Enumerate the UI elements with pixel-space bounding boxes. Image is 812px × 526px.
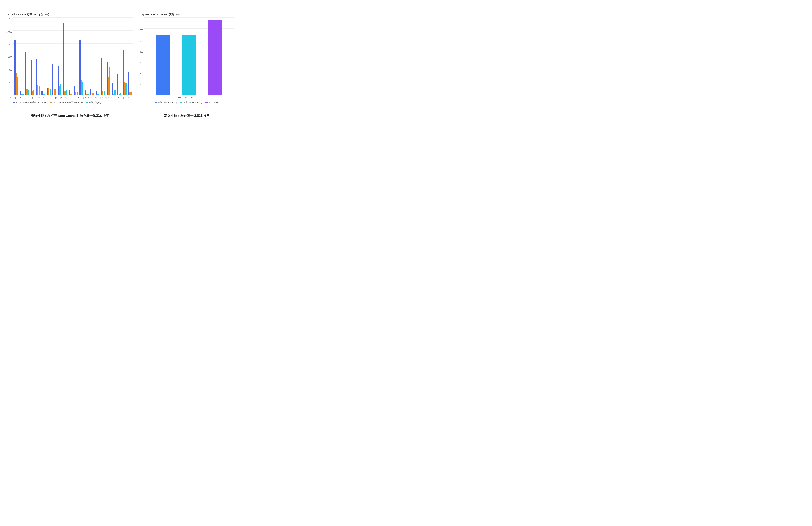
x-tick: q18 bbox=[104, 96, 110, 99]
legend-label: cloud native bbox=[208, 101, 219, 104]
legend-label: Cloud Nativev(ms)(关闭datacache) bbox=[16, 101, 46, 104]
bar bbox=[54, 89, 55, 95]
bar bbox=[49, 89, 51, 95]
x-tick: q8 bbox=[47, 96, 53, 99]
x-tick: q2 bbox=[13, 96, 18, 99]
y-axis: 12000 10000 8000 6000 4000 2000 0 bbox=[6, 17, 13, 95]
bar bbox=[28, 90, 29, 95]
bar bbox=[14, 40, 16, 95]
bar bbox=[58, 65, 59, 95]
bar bbox=[44, 94, 45, 95]
plot-area bbox=[13, 17, 133, 95]
bar bbox=[208, 20, 222, 95]
x-tick: q1 bbox=[7, 96, 13, 99]
bar bbox=[20, 91, 21, 95]
bar-group bbox=[100, 17, 105, 95]
bar-group bbox=[105, 17, 111, 95]
bar bbox=[97, 94, 98, 95]
bar bbox=[182, 34, 196, 95]
bar bbox=[128, 72, 129, 95]
legend-swatch bbox=[180, 102, 183, 103]
chart-caption: 写入性能：与存算一体基本持平 bbox=[140, 114, 234, 118]
bar bbox=[41, 91, 43, 95]
bar bbox=[47, 88, 48, 95]
legend-item: 存算一体 (replica = 3) bbox=[180, 101, 202, 104]
bar bbox=[71, 94, 72, 95]
bar bbox=[59, 86, 60, 95]
bar bbox=[69, 90, 70, 95]
bar bbox=[86, 94, 87, 95]
bar bbox=[120, 93, 121, 95]
bar bbox=[37, 85, 39, 95]
bar bbox=[23, 94, 24, 95]
bar bbox=[109, 67, 110, 95]
bar bbox=[52, 64, 54, 95]
bar-group bbox=[35, 17, 41, 95]
legend-label: 存算一体(ms) bbox=[89, 101, 101, 104]
bar bbox=[32, 91, 33, 95]
bar bbox=[21, 94, 22, 95]
bar bbox=[85, 90, 86, 95]
x-tick: q20 bbox=[116, 96, 121, 99]
bar bbox=[39, 86, 40, 95]
bar-group bbox=[122, 17, 127, 95]
legend-swatch bbox=[205, 102, 207, 103]
x-tick: q11 bbox=[64, 96, 70, 99]
legend-item: cloud native bbox=[205, 101, 219, 104]
x-tick: q21 bbox=[121, 96, 127, 99]
bar-group bbox=[111, 17, 116, 95]
bar-group bbox=[127, 17, 133, 95]
bar bbox=[98, 94, 99, 95]
bar-group bbox=[78, 17, 84, 95]
bar-group bbox=[19, 17, 24, 95]
bar-group bbox=[68, 17, 73, 95]
bar bbox=[64, 91, 66, 95]
bar-group bbox=[116, 17, 122, 95]
bar bbox=[129, 92, 131, 95]
bar-group bbox=[208, 17, 222, 95]
bar bbox=[82, 83, 83, 95]
bar bbox=[113, 94, 114, 95]
bar-group bbox=[73, 17, 78, 95]
x-tick: q5 bbox=[30, 96, 36, 99]
legend-item: 存算一体(ms) bbox=[86, 101, 101, 104]
bar-group bbox=[52, 17, 57, 95]
bar-group bbox=[62, 17, 68, 95]
bar bbox=[55, 89, 56, 95]
chart-title: Cloud Native vs 存算一体 (单位: MS) bbox=[6, 13, 133, 16]
legend: 存算一体 (replica = 1)存算一体 (replica = 3)clou… bbox=[140, 101, 234, 104]
bar-group bbox=[24, 17, 30, 95]
legend-swatch bbox=[13, 102, 15, 103]
bar bbox=[124, 82, 125, 95]
legend-swatch bbox=[155, 102, 157, 103]
bar bbox=[70, 94, 71, 95]
bar-group bbox=[46, 17, 52, 95]
bar bbox=[75, 92, 76, 95]
x-tick: q10 bbox=[58, 96, 64, 99]
x-tick: q13 bbox=[76, 96, 81, 99]
bar bbox=[74, 86, 75, 95]
bar bbox=[66, 90, 67, 95]
bar bbox=[25, 53, 26, 95]
bar bbox=[156, 34, 170, 95]
legend-label: 存算一体 (replica = 3) bbox=[183, 101, 202, 104]
bar bbox=[77, 92, 78, 95]
x-tick: q16 bbox=[93, 96, 98, 99]
bar bbox=[93, 93, 94, 95]
chart-title: upsert records: 100000 (延迟: MS) bbox=[140, 13, 234, 16]
legend-item: Cloud Native (ms)(打开datacache) bbox=[50, 101, 83, 104]
bar bbox=[96, 91, 97, 95]
bar-group bbox=[156, 17, 170, 95]
bar bbox=[43, 94, 44, 95]
bar bbox=[104, 91, 105, 95]
bar bbox=[33, 90, 34, 95]
bar bbox=[81, 80, 82, 95]
legend-label: 存算一体 (replica = 1) bbox=[158, 101, 177, 104]
bar bbox=[27, 89, 28, 95]
bar bbox=[90, 89, 91, 95]
bar bbox=[117, 74, 118, 95]
bar bbox=[115, 90, 116, 95]
bar bbox=[87, 93, 88, 95]
legend-swatch bbox=[86, 102, 88, 103]
bar-group bbox=[30, 17, 35, 95]
